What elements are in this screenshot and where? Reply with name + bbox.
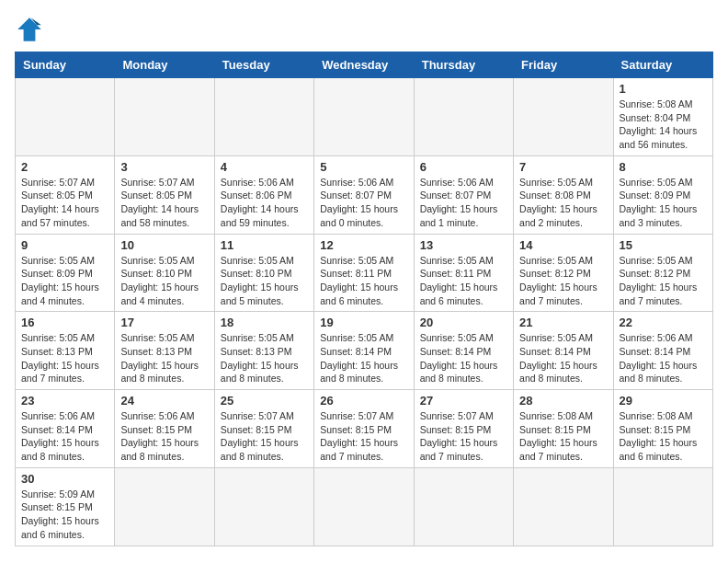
day-info: Sunrise: 5:06 AM Sunset: 8:14 PM Dayligh… <box>21 409 108 464</box>
day-number: 22 <box>620 316 707 329</box>
calendar-cell: 18Sunrise: 5:05 AM Sunset: 8:13 PM Dayli… <box>214 312 313 390</box>
day-info: Sunrise: 5:05 AM Sunset: 8:13 PM Dayligh… <box>120 331 208 385</box>
header-thursday: Thursday <box>414 52 513 78</box>
day-number: 1 <box>620 82 707 96</box>
calendar-table: Sunday Monday Tuesday Wednesday Thursday… <box>15 52 713 546</box>
calendar-cell <box>214 467 313 546</box>
day-info: Sunrise: 5:05 AM Sunset: 8:10 PM Dayligh… <box>120 254 208 308</box>
day-number: 26 <box>320 394 407 408</box>
day-number: 16 <box>21 316 108 329</box>
day-info: Sunrise: 5:05 AM Sunset: 8:11 PM Dayligh… <box>320 254 407 308</box>
day-info: Sunrise: 5:06 AM Sunset: 8:14 PM Dayligh… <box>620 331 707 385</box>
day-number: 28 <box>519 394 607 408</box>
calendar-cell <box>16 78 115 156</box>
week-row-1: 2Sunrise: 5:07 AM Sunset: 8:05 PM Daylig… <box>16 155 713 234</box>
calendar-cell: 12Sunrise: 5:05 AM Sunset: 8:11 PM Dayli… <box>314 234 414 312</box>
day-info: Sunrise: 5:09 AM Sunset: 8:15 PM Dayligh… <box>21 488 108 542</box>
day-number: 25 <box>221 394 308 408</box>
calendar-cell: 21Sunrise: 5:05 AM Sunset: 8:14 PM Dayli… <box>514 312 613 390</box>
day-info: Sunrise: 5:05 AM Sunset: 8:09 PM Dayligh… <box>21 254 108 308</box>
day-number: 14 <box>519 238 607 252</box>
week-row-3: 16Sunrise: 5:05 AM Sunset: 8:13 PM Dayli… <box>16 312 713 390</box>
calendar-cell: 6Sunrise: 5:06 AM Sunset: 8:07 PM Daylig… <box>414 155 513 234</box>
header-tuesday: Tuesday <box>214 52 313 78</box>
calendar-cell: 17Sunrise: 5:05 AM Sunset: 8:13 PM Dayli… <box>115 312 214 390</box>
day-info: Sunrise: 5:05 AM Sunset: 8:10 PM Dayligh… <box>221 254 308 308</box>
calendar-cell: 10Sunrise: 5:05 AM Sunset: 8:10 PM Dayli… <box>115 234 214 312</box>
day-info: Sunrise: 5:05 AM Sunset: 8:14 PM Dayligh… <box>420 331 507 385</box>
week-row-0: 1Sunrise: 5:08 AM Sunset: 8:04 PM Daylig… <box>16 78 713 156</box>
day-number: 13 <box>420 238 507 252</box>
day-number: 6 <box>420 160 507 174</box>
day-number: 7 <box>519 160 607 174</box>
day-info: Sunrise: 5:05 AM Sunset: 8:12 PM Dayligh… <box>620 254 707 308</box>
calendar-cell <box>214 78 313 156</box>
calendar-cell: 2Sunrise: 5:07 AM Sunset: 8:05 PM Daylig… <box>16 155 115 234</box>
day-info: Sunrise: 5:05 AM Sunset: 8:14 PM Dayligh… <box>320 331 407 385</box>
day-info: Sunrise: 5:05 AM Sunset: 8:13 PM Dayligh… <box>221 331 308 385</box>
calendar-cell: 3Sunrise: 5:07 AM Sunset: 8:05 PM Daylig… <box>115 155 214 234</box>
calendar-cell <box>613 467 712 546</box>
calendar-cell: 1Sunrise: 5:08 AM Sunset: 8:04 PM Daylig… <box>613 78 712 156</box>
calendar-cell <box>414 78 513 156</box>
day-number: 24 <box>120 394 208 408</box>
day-info: Sunrise: 5:06 AM Sunset: 8:06 PM Dayligh… <box>221 176 308 230</box>
calendar-cell: 19Sunrise: 5:05 AM Sunset: 8:14 PM Dayli… <box>314 312 414 390</box>
day-info: Sunrise: 5:05 AM Sunset: 8:12 PM Dayligh… <box>519 254 607 308</box>
day-number: 15 <box>620 238 707 252</box>
day-info: Sunrise: 5:05 AM Sunset: 8:11 PM Dayligh… <box>420 254 507 308</box>
calendar-cell <box>314 467 414 546</box>
day-number: 29 <box>620 394 707 408</box>
day-info: Sunrise: 5:07 AM Sunset: 8:15 PM Dayligh… <box>221 409 308 464</box>
day-info: Sunrise: 5:06 AM Sunset: 8:07 PM Dayligh… <box>420 176 507 230</box>
calendar-cell: 7Sunrise: 5:05 AM Sunset: 8:08 PM Daylig… <box>514 155 613 234</box>
day-number: 17 <box>120 316 208 329</box>
day-info: Sunrise: 5:07 AM Sunset: 8:05 PM Dayligh… <box>120 176 208 230</box>
day-number: 4 <box>221 160 308 174</box>
day-info: Sunrise: 5:08 AM Sunset: 8:15 PM Dayligh… <box>620 409 707 464</box>
day-number: 11 <box>221 238 308 252</box>
svg-marker-0 <box>17 17 41 41</box>
calendar-cell: 9Sunrise: 5:05 AM Sunset: 8:09 PM Daylig… <box>16 234 115 312</box>
calendar-cell: 14Sunrise: 5:05 AM Sunset: 8:12 PM Dayli… <box>514 234 613 312</box>
calendar-cell: 16Sunrise: 5:05 AM Sunset: 8:13 PM Dayli… <box>16 312 115 390</box>
week-row-5: 30Sunrise: 5:09 AM Sunset: 8:15 PM Dayli… <box>16 467 713 546</box>
day-number: 9 <box>21 238 108 252</box>
day-number: 19 <box>320 316 407 329</box>
day-number: 3 <box>120 160 208 174</box>
day-number: 27 <box>420 394 507 408</box>
day-number: 30 <box>21 472 108 486</box>
calendar-cell: 26Sunrise: 5:07 AM Sunset: 8:15 PM Dayli… <box>314 390 414 468</box>
header-wednesday: Wednesday <box>314 52 414 78</box>
calendar-cell: 25Sunrise: 5:07 AM Sunset: 8:15 PM Dayli… <box>214 390 313 468</box>
header-friday: Friday <box>514 52 613 78</box>
generalblue-logo-icon <box>15 15 44 44</box>
calendar-cell <box>514 467 613 546</box>
header-saturday: Saturday <box>613 52 712 78</box>
day-number: 8 <box>620 160 707 174</box>
logo <box>15 15 48 44</box>
calendar-cell: 5Sunrise: 5:06 AM Sunset: 8:07 PM Daylig… <box>314 155 414 234</box>
calendar-cell <box>414 467 513 546</box>
day-info: Sunrise: 5:06 AM Sunset: 8:07 PM Dayligh… <box>320 176 407 230</box>
calendar-cell: 15Sunrise: 5:05 AM Sunset: 8:12 PM Dayli… <box>613 234 712 312</box>
day-info: Sunrise: 5:06 AM Sunset: 8:15 PM Dayligh… <box>120 409 208 464</box>
calendar-cell: 20Sunrise: 5:05 AM Sunset: 8:14 PM Dayli… <box>414 312 513 390</box>
day-info: Sunrise: 5:05 AM Sunset: 8:13 PM Dayligh… <box>21 331 108 385</box>
calendar-cell: 29Sunrise: 5:08 AM Sunset: 8:15 PM Dayli… <box>613 390 712 468</box>
calendar-cell: 4Sunrise: 5:06 AM Sunset: 8:06 PM Daylig… <box>214 155 313 234</box>
calendar-cell <box>115 467 214 546</box>
calendar-cell <box>115 78 214 156</box>
day-number: 2 <box>21 160 108 174</box>
day-number: 10 <box>120 238 208 252</box>
day-number: 20 <box>420 316 507 329</box>
calendar-cell: 27Sunrise: 5:07 AM Sunset: 8:15 PM Dayli… <box>414 390 513 468</box>
day-info: Sunrise: 5:07 AM Sunset: 8:15 PM Dayligh… <box>320 409 407 464</box>
week-row-2: 9Sunrise: 5:05 AM Sunset: 8:09 PM Daylig… <box>16 234 713 312</box>
calendar-cell: 24Sunrise: 5:06 AM Sunset: 8:15 PM Dayli… <box>115 390 214 468</box>
day-info: Sunrise: 5:05 AM Sunset: 8:08 PM Dayligh… <box>519 176 607 230</box>
day-info: Sunrise: 5:05 AM Sunset: 8:14 PM Dayligh… <box>519 331 607 385</box>
calendar-cell: 30Sunrise: 5:09 AM Sunset: 8:15 PM Dayli… <box>16 467 115 546</box>
week-row-4: 23Sunrise: 5:06 AM Sunset: 8:14 PM Dayli… <box>16 390 713 468</box>
day-number: 12 <box>320 238 407 252</box>
